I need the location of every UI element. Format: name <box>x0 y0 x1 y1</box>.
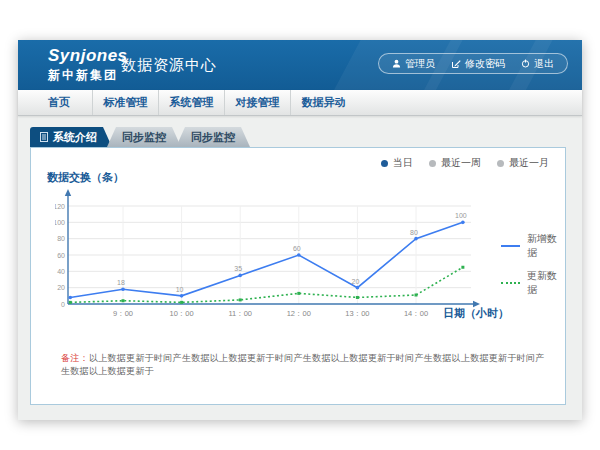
svg-text:9：00: 9：00 <box>113 309 133 318</box>
svg-text:100: 100 <box>455 212 467 219</box>
dotted-line-icon <box>501 282 520 284</box>
logout-label: 退出 <box>534 57 554 71</box>
svg-text:35: 35 <box>234 265 242 272</box>
nav-item-home[interactable]: 首页 <box>26 90 92 115</box>
page-title: 数据资源中心 <box>121 56 217 75</box>
document-icon <box>40 132 48 142</box>
nav-item-standard-mgmt[interactable]: 标准管理 <box>92 90 158 115</box>
radio-dot-icon <box>429 160 436 167</box>
svg-text:11：00: 11：00 <box>228 309 252 318</box>
x-axis-title: 日期（小时） <box>443 306 509 321</box>
radio-last-week-label: 最近一周 <box>441 156 481 170</box>
radio-dot-selected-icon <box>381 160 388 167</box>
svg-text:80: 80 <box>410 229 418 236</box>
svg-text:20: 20 <box>57 284 65 291</box>
svg-text:80: 80 <box>57 235 65 242</box>
chart-panel: 当日 最近一周 最近一月 数据交换（条） 0204060801001209：00… <box>30 147 566 405</box>
logo-wordmark: Synjones <box>48 46 128 66</box>
footnote-prefix: 备注： <box>61 353 89 363</box>
tab-label: 同步监控 <box>191 131 235 143</box>
svg-text:0: 0 <box>61 301 65 308</box>
svg-text:20: 20 <box>352 278 360 285</box>
change-password-label: 修改密码 <box>465 57 505 71</box>
logout-button[interactable]: 退出 <box>521 57 554 71</box>
time-range-filters: 当日 最近一周 最近一月 <box>381 156 549 170</box>
svg-text:60: 60 <box>293 245 301 252</box>
header: Synjones 新中新集团 数据资源中心 管理员 修改密码 退出 <box>18 40 582 90</box>
legend-update-data-label: 更新数据 <box>527 269 565 297</box>
svg-text:120: 120 <box>55 203 65 210</box>
radio-last-week[interactable]: 最近一周 <box>429 156 481 170</box>
svg-text:13：00: 13：00 <box>345 309 369 318</box>
user-icon <box>392 59 401 68</box>
footnote-body: 以上数据更新于时间产生数据以上数据更新于时间产生数据以上数据更新于时间产生数据以… <box>61 353 545 376</box>
y-axis-title: 数据交换（条） <box>47 170 124 185</box>
change-password-button[interactable]: 修改密码 <box>451 57 505 71</box>
logo-company-name: 新中新集团 <box>48 67 128 84</box>
edit-icon <box>451 59 461 69</box>
power-icon <box>521 59 530 68</box>
app-window: Synjones 新中新集团 数据资源中心 管理员 修改密码 退出 首页 标准管… <box>18 40 582 420</box>
nav-item-system-mgmt[interactable]: 系统管理 <box>158 90 224 115</box>
legend-new-data-label: 新增数据 <box>527 232 565 260</box>
radio-dot-icon <box>497 160 504 167</box>
footnote: 备注：以上数据更新于时间产生数据以上数据更新于时间产生数据以上数据更新于时间产生… <box>61 352 547 378</box>
line-chart: 0204060801001209：0010：0011：0012：0013：001… <box>55 186 487 334</box>
svg-text:12：00: 12：00 <box>287 309 311 318</box>
tab-label: 同步监控 <box>122 131 166 143</box>
nav-item-interface-mgmt[interactable]: 对接管理 <box>224 90 290 115</box>
legend-item-new-data: 新增数据 <box>501 232 565 260</box>
svg-text:10: 10 <box>176 286 184 293</box>
user-menu-admin[interactable]: 管理员 <box>392 57 435 71</box>
tab-label: 系统介绍 <box>53 127 97 147</box>
tab-system-intro[interactable]: 系统介绍 <box>30 127 112 147</box>
user-menu: 管理员 修改密码 退出 <box>378 53 568 74</box>
svg-text:18: 18 <box>117 279 125 286</box>
company-logo: Synjones 新中新集团 <box>48 46 128 84</box>
tab-bar: 系统介绍 同步监控 同步监控 <box>30 127 250 147</box>
radio-today[interactable]: 当日 <box>381 156 413 170</box>
svg-text:40: 40 <box>57 268 65 275</box>
svg-text:10：00: 10：00 <box>170 309 194 318</box>
main-nav: 首页 标准管理 系统管理 对接管理 数据异动 <box>18 90 582 116</box>
user-menu-admin-label: 管理员 <box>405 57 435 71</box>
svg-text:14：00: 14：00 <box>404 309 428 318</box>
svg-text:100: 100 <box>55 219 65 226</box>
radio-last-month-label: 最近一月 <box>509 156 549 170</box>
radio-last-month[interactable]: 最近一月 <box>497 156 549 170</box>
solid-line-icon <box>501 245 520 247</box>
nav-item-data-change[interactable]: 数据异动 <box>290 90 356 115</box>
radio-today-label: 当日 <box>393 156 413 170</box>
legend-item-update-data: 更新数据 <box>501 269 565 297</box>
tab-sync-monitor-1[interactable]: 同步监控 <box>107 127 181 147</box>
svg-text:60: 60 <box>57 252 65 259</box>
chart-legend: 新增数据 更新数据 <box>501 232 565 306</box>
tab-sync-monitor-2[interactable]: 同步监控 <box>176 127 250 147</box>
